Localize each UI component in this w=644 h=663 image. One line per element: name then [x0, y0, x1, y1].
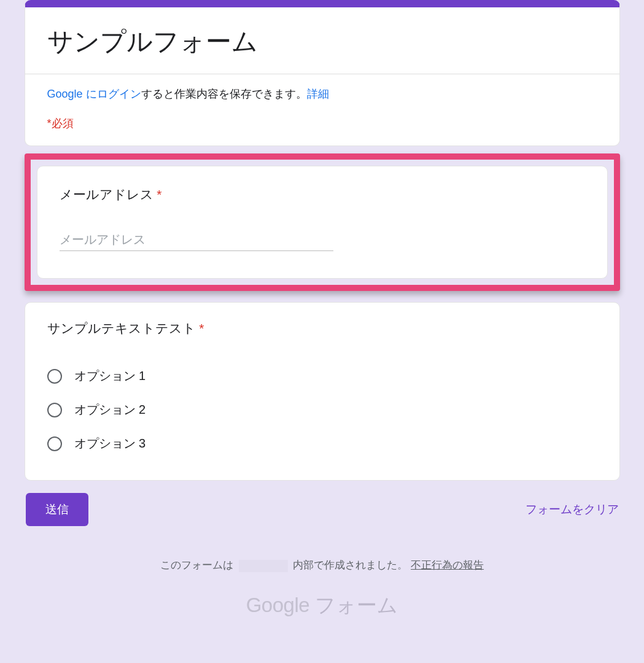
required-asterisk-icon: * — [157, 187, 161, 201]
required-indicator-note: *必須 — [47, 116, 597, 131]
radio-option-3[interactable]: オプション 3 — [47, 427, 597, 460]
required-asterisk-icon: * — [199, 321, 204, 335]
submit-button[interactable]: 送信 — [26, 493, 88, 526]
radio-option-label: オプション 1 — [74, 368, 146, 384]
email-label-text: メールアドレス — [60, 187, 153, 201]
radio-question-card: サンプルテキストテスト * オプション 1 オプション 2 オプション 3 — [25, 302, 620, 481]
email-highlight-box: メールアドレス * — [25, 153, 620, 291]
email-input[interactable] — [60, 230, 333, 251]
login-suffix-text: すると作業内容を保存できます。 — [141, 88, 307, 100]
login-info-line: Google にログインすると作業内容を保存できます。詳細 — [47, 87, 597, 101]
footer-suffix: 内部で作成されました。 — [293, 559, 408, 571]
radio-option-2[interactable]: オプション 2 — [47, 393, 597, 427]
footer-prefix: このフォームは — [160, 559, 233, 571]
form-info-section: Google にログインすると作業内容を保存できます。詳細 *必須 — [25, 74, 620, 146]
form-container: サンプルフォーム Google にログインすると作業内容を保存できます。詳細 *… — [25, 0, 620, 619]
email-question-card: メールアドレス * — [37, 166, 608, 279]
radio-icon — [47, 403, 62, 417]
form-header-card: サンプルフォーム — [25, 0, 620, 74]
google-forms-brand[interactable]: Google フォーム — [25, 592, 620, 619]
radio-icon — [47, 436, 62, 451]
footer-disclaimer: このフォームは 内部で作成されました。 不正行為の報告 — [25, 558, 620, 572]
google-logo-icon: Google — [246, 594, 309, 616]
clear-form-link[interactable]: フォームをクリア — [526, 502, 619, 518]
redacted-org-name — [239, 560, 288, 572]
radio-label-text: サンプルテキストテスト — [47, 321, 196, 335]
radio-option-label: オプション 3 — [74, 435, 146, 452]
radio-question-label: サンプルテキストテスト * — [47, 320, 597, 337]
radio-icon — [47, 369, 62, 384]
detail-link[interactable]: 詳細 — [307, 88, 329, 100]
radio-option-1[interactable]: オプション 1 — [47, 359, 597, 393]
form-title: サンプルフォーム — [47, 25, 597, 59]
actions-row: 送信 フォームをクリア — [25, 493, 620, 526]
forms-product-text: フォーム — [309, 594, 398, 616]
google-login-link[interactable]: Google にログイン — [47, 88, 141, 100]
report-abuse-link[interactable]: 不正行為の報告 — [411, 559, 484, 571]
email-question-label: メールアドレス * — [60, 186, 585, 203]
radio-option-label: オプション 2 — [74, 401, 146, 418]
